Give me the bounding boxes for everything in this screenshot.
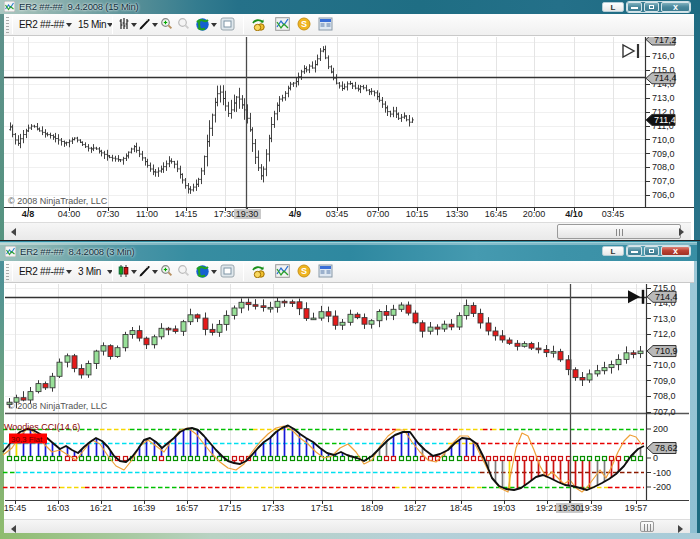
svg-text:713,0: 713,0 <box>653 314 676 324</box>
svg-text:713,0: 713,0 <box>652 93 675 103</box>
svg-text:03:45: 03:45 <box>602 209 625 219</box>
svg-text:712,0: 712,0 <box>653 329 676 339</box>
svg-text:© 2008 NinjaTrader, LLC: © 2008 NinjaTrader, LLC <box>8 196 108 206</box>
svg-text:© 2008 NinjaTrader, LLC: © 2008 NinjaTrader, LLC <box>8 401 108 411</box>
svg-text:S: S <box>301 19 307 29</box>
svg-text:709,0: 709,0 <box>652 149 675 159</box>
svg-text:04:00: 04:00 <box>58 209 81 219</box>
svg-text:709,0: 709,0 <box>653 376 676 386</box>
svg-text:19:30: 19:30 <box>236 209 259 219</box>
svg-text:706,0: 706,0 <box>652 190 675 200</box>
svg-text:16:57: 16:57 <box>176 503 199 513</box>
svg-text:19:39: 19:39 <box>580 503 603 513</box>
svg-text:16:21: 16:21 <box>90 503 113 513</box>
svg-text:17:51: 17:51 <box>311 503 334 513</box>
svg-text:708,0: 708,0 <box>652 162 675 172</box>
svg-text:07:30: 07:30 <box>97 209 120 219</box>
svg-text:03:45: 03:45 <box>326 209 349 219</box>
svg-text:200: 200 <box>653 424 668 434</box>
svg-text:710,0: 710,0 <box>653 360 676 370</box>
svg-text:19:21: 19:21 <box>536 503 559 513</box>
svg-text:18:27: 18:27 <box>404 503 427 513</box>
svg-text:15:45: 15:45 <box>4 503 27 513</box>
svg-text:14:15: 14:15 <box>175 209 198 219</box>
svg-text:4/10: 4/10 <box>565 209 583 219</box>
svg-text:710,0: 710,0 <box>652 135 675 145</box>
svg-text:13:30: 13:30 <box>446 209 469 219</box>
svg-text:710,9: 710,9 <box>655 346 678 356</box>
svg-text:20:00: 20:00 <box>523 209 546 219</box>
svg-text:717,2: 717,2 <box>654 37 677 45</box>
svg-text:10:15: 10:15 <box>406 209 429 219</box>
svg-text:4/8: 4/8 <box>22 209 35 219</box>
svg-text:17:33: 17:33 <box>262 503 285 513</box>
svg-text:07:00: 07:00 <box>367 209 390 219</box>
svg-text:S: S <box>301 266 307 276</box>
svg-text:18:45: 18:45 <box>450 503 473 513</box>
svg-text:708,0: 708,0 <box>653 391 676 401</box>
svg-text:11:00: 11:00 <box>136 209 158 219</box>
svg-text:19:57: 19:57 <box>625 503 648 513</box>
svg-text:4/9: 4/9 <box>289 209 302 219</box>
svg-text:17:30: 17:30 <box>214 209 237 219</box>
svg-text:714,4: 714,4 <box>655 292 678 302</box>
svg-text:714,4: 714,4 <box>654 73 677 83</box>
svg-text:716,0: 716,0 <box>652 51 675 61</box>
svg-text:19:30: 19:30 <box>558 503 581 513</box>
svg-text:17:15: 17:15 <box>219 503 242 513</box>
svg-text:Woodies CCI(14,6): Woodies CCI(14,6) <box>4 422 80 432</box>
svg-text:16:39: 16:39 <box>133 503 156 513</box>
svg-text:30,3 Flat: 30,3 Flat <box>11 435 43 444</box>
svg-text:-200: -200 <box>653 482 671 492</box>
svg-text:-100: -100 <box>653 468 671 478</box>
svg-text:711,4: 711,4 <box>654 115 676 125</box>
svg-text:707,0: 707,0 <box>653 407 676 417</box>
svg-text:78,62: 78,62 <box>655 443 678 453</box>
svg-text:707,0: 707,0 <box>652 176 675 186</box>
svg-text:16:03: 16:03 <box>47 503 70 513</box>
svg-text:16:45: 16:45 <box>485 209 508 219</box>
svg-text:0: 0 <box>653 453 658 463</box>
svg-text:19:03: 19:03 <box>493 503 516 513</box>
svg-text:18:09: 18:09 <box>361 503 384 513</box>
